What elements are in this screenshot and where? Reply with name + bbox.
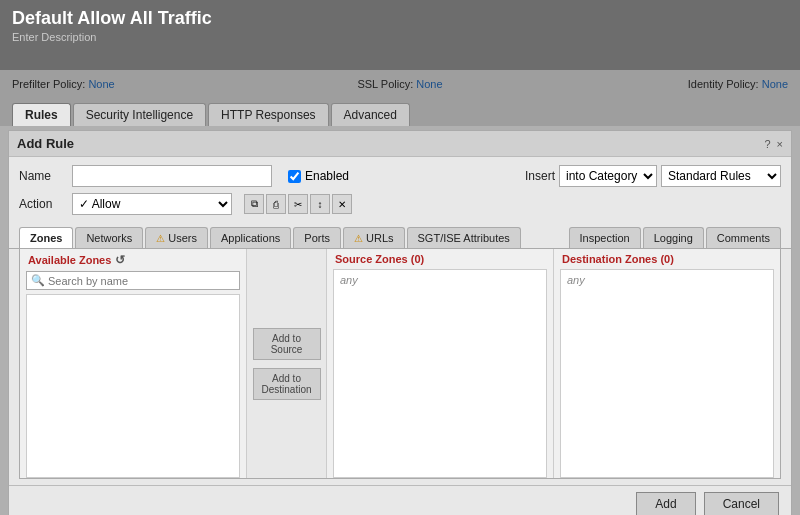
insert-group: Insert into Category above below Standar…: [525, 165, 781, 187]
add-button[interactable]: Add: [636, 492, 695, 515]
dest-any-text: any: [561, 270, 773, 290]
action-icon-1[interactable]: ⧉: [244, 194, 264, 214]
name-row: Name Enabled Insert into Category above …: [19, 165, 781, 187]
add-rule-dialog: Add Rule ? × Name Enabled Insert into Ca…: [8, 130, 792, 515]
nav-tabs: Rules Security Intelligence HTTP Respons…: [0, 98, 800, 126]
inner-tab-inspection[interactable]: Inspection: [569, 227, 641, 248]
form-area: Name Enabled Insert into Category above …: [9, 157, 791, 227]
prefilter-policy: Prefilter Policy: None: [12, 78, 271, 90]
zones-content: Available Zones ↺ 🔍 Add to Source Add to…: [19, 249, 781, 479]
enabled-check-group: Enabled: [288, 169, 349, 183]
tab-advanced[interactable]: Advanced: [331, 103, 410, 126]
tab-security-intelligence[interactable]: Security Intelligence: [73, 103, 206, 126]
inner-tab-logging[interactable]: Logging: [643, 227, 704, 248]
search-input[interactable]: [48, 275, 235, 287]
search-icon: 🔍: [31, 274, 45, 287]
dialog-help[interactable]: ?: [764, 138, 770, 150]
inner-tab-urls[interactable]: ⚠ URLs: [343, 227, 405, 248]
users-warn-icon: ⚠: [156, 233, 165, 244]
cancel-button[interactable]: Cancel: [704, 492, 779, 515]
enabled-label: Enabled: [305, 169, 349, 183]
available-zones-list: [26, 294, 240, 478]
insert-select[interactable]: into Category above below: [559, 165, 657, 187]
dialog-title: Add Rule: [17, 136, 74, 151]
right-tabs: Inspection Logging Comments: [569, 227, 782, 248]
inner-tab-ports[interactable]: Ports: [293, 227, 341, 248]
available-zones-panel: Available Zones ↺ 🔍: [20, 249, 247, 478]
action-icon-2[interactable]: ⎙: [266, 194, 286, 214]
add-to-source-button[interactable]: Add to Source: [253, 328, 321, 360]
action-icons: ⧉ ⎙ ✂ ↕ ✕: [244, 194, 352, 214]
dialog-close[interactable]: ×: [777, 138, 783, 150]
identity-policy: Identity Policy: None: [529, 78, 788, 90]
tab-rules[interactable]: Rules: [12, 103, 71, 126]
dest-zones-list: any: [560, 269, 774, 478]
search-box[interactable]: 🔍: [26, 271, 240, 290]
inner-tab-applications[interactable]: Applications: [210, 227, 291, 248]
inner-tab-sgt[interactable]: SGT/ISE Attributes: [407, 227, 521, 248]
add-to-destination-button[interactable]: Add to Destination: [253, 368, 321, 400]
inner-tab-comments[interactable]: Comments: [706, 227, 781, 248]
urls-warn-icon: ⚠: [354, 233, 363, 244]
source-zones-list: any: [333, 269, 547, 478]
enabled-checkbox[interactable]: [288, 170, 301, 183]
action-icon-5[interactable]: ✕: [332, 194, 352, 214]
policy-bar: Prefilter Policy: None SSL Policy: None …: [0, 70, 800, 98]
action-label: Action: [19, 197, 64, 211]
category-select[interactable]: Standard Rules: [661, 165, 781, 187]
dialog-title-bar: Add Rule ? ×: [9, 131, 791, 157]
inner-tabs: Zones Networks ⚠ Users Applications Port…: [9, 227, 791, 249]
inner-tab-networks[interactable]: Networks: [75, 227, 143, 248]
middle-buttons: Add to Source Add to Destination: [247, 249, 327, 478]
action-select[interactable]: ✓ Allow Block Trust Monitor: [72, 193, 232, 215]
dialog-controls: ? ×: [764, 138, 783, 150]
identity-link[interactable]: None: [762, 78, 788, 90]
dest-zones-title: Destination Zones (0): [554, 249, 780, 269]
source-zones-panel: Source Zones (0) any: [327, 249, 554, 478]
inner-tab-users[interactable]: ⚠ Users: [145, 227, 208, 248]
available-zones-title: Available Zones ↺: [20, 249, 246, 271]
tab-http-responses[interactable]: HTTP Responses: [208, 103, 328, 126]
bottom-bar: Add Cancel: [9, 485, 791, 515]
prefilter-link[interactable]: None: [88, 78, 114, 90]
inner-tab-zones[interactable]: Zones: [19, 227, 73, 248]
source-zones-title: Source Zones (0): [327, 249, 553, 269]
source-any-text: any: [334, 270, 546, 290]
action-icon-4[interactable]: ↕: [310, 194, 330, 214]
dest-zones-panel: Destination Zones (0) any: [554, 249, 780, 478]
ssl-policy: SSL Policy: None: [271, 78, 530, 90]
name-label: Name: [19, 169, 64, 183]
top-bar: Default Allow All Traffic Enter Descript…: [0, 0, 800, 70]
ssl-link[interactable]: None: [416, 78, 442, 90]
action-row: Action ✓ Allow Block Trust Monitor ⧉ ⎙ ✂…: [19, 193, 781, 215]
page-title: Default Allow All Traffic: [12, 8, 788, 29]
insert-label: Insert: [525, 169, 555, 183]
refresh-icon[interactable]: ↺: [115, 253, 125, 267]
page-description: Enter Description: [12, 31, 788, 43]
action-icon-3[interactable]: ✂: [288, 194, 308, 214]
name-input[interactable]: [72, 165, 272, 187]
